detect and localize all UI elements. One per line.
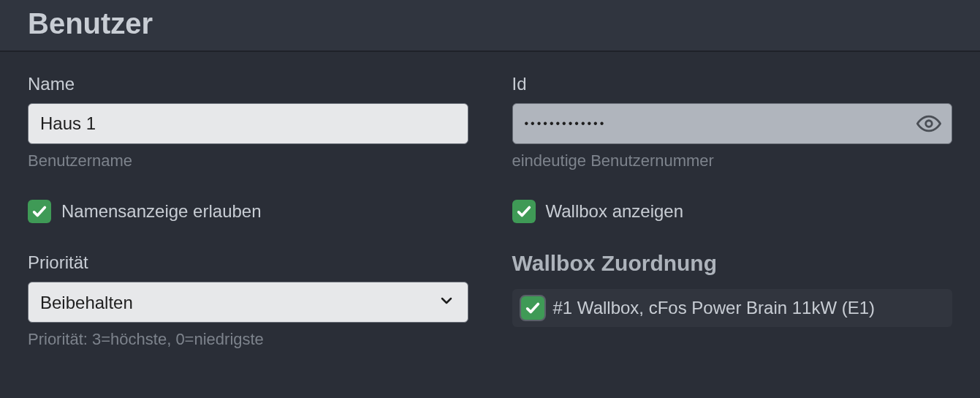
content-area: Name Benutzername Namensanzeige erlauben… xyxy=(0,52,980,349)
name-helper: Benutzername xyxy=(28,151,468,170)
wallbox-assignment-label: #1 Wallbox, cFos Power Brain 11kW (E1) xyxy=(553,298,875,318)
wallbox-assignment-heading: Wallbox Zuordnung xyxy=(512,251,953,276)
allow-name-display-row: Namensanzeige erlauben xyxy=(28,200,468,223)
show-wallbox-row: Wallbox anzeigen xyxy=(512,200,953,223)
allow-name-display-checkbox[interactable] xyxy=(28,200,51,223)
wallbox-assignment-checkbox[interactable] xyxy=(520,295,546,321)
left-column: Name Benutzername Namensanzeige erlauben… xyxy=(28,74,468,349)
page-title: Benutzer xyxy=(28,7,952,40)
priority-helper: Priorität: 3=höchste, 0=niedrigste xyxy=(28,330,468,349)
check-icon xyxy=(525,300,541,316)
right-column: Id eindeutige Benutzernummer Wallbox anz… xyxy=(512,74,953,349)
check-icon xyxy=(31,203,48,219)
check-icon xyxy=(516,203,532,219)
allow-name-display-label: Namensanzeige erlauben xyxy=(61,201,262,222)
eye-icon xyxy=(916,111,941,136)
id-input[interactable] xyxy=(512,103,953,144)
show-wallbox-label: Wallbox anzeigen xyxy=(546,201,684,222)
id-label: Id xyxy=(512,74,953,94)
id-helper: eindeutige Benutzernummer xyxy=(512,151,953,170)
svg-point-0 xyxy=(926,121,932,127)
toggle-visibility-button[interactable] xyxy=(914,109,943,138)
name-input[interactable] xyxy=(28,103,468,144)
priority-select[interactable]: Beibehalten xyxy=(28,282,468,323)
wallbox-assignment-row: #1 Wallbox, cFos Power Brain 11kW (E1) xyxy=(512,289,953,327)
name-label: Name xyxy=(28,74,468,94)
page-header: Benutzer xyxy=(0,0,980,52)
priority-label: Priorität xyxy=(28,252,468,273)
show-wallbox-checkbox[interactable] xyxy=(512,200,536,223)
